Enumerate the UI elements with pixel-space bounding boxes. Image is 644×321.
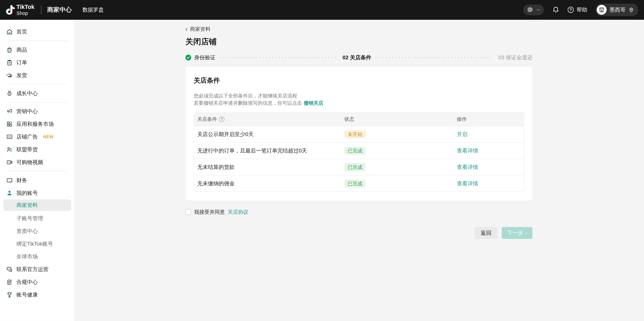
- notifications-bell-icon[interactable]: [552, 6, 560, 13]
- step-deposit-refund: 03 保证金退还: [498, 54, 532, 61]
- sidebar-item-products[interactable]: 商品: [0, 43, 74, 56]
- chevron-right-icon: ›: [526, 231, 527, 235]
- status-badge: 已完成: [344, 147, 366, 155]
- tiktok-note-icon: [6, 5, 15, 14]
- table-row: 无未结算的货款 已完成 查看详情: [194, 159, 524, 175]
- sidebar-item-marketing-center[interactable]: 营销中心: [0, 105, 74, 118]
- status-badge: 已完成: [344, 179, 366, 188]
- help-button[interactable]: ? 帮助: [568, 6, 588, 13]
- chevron-down-icon: [536, 7, 540, 12]
- step-identity-verification: 身份验证: [186, 54, 216, 61]
- column-header-condition: 关店条件: [197, 116, 217, 123]
- condition-text: 无未缴纳的佣金: [194, 180, 344, 187]
- card-heading: 关店条件: [194, 76, 524, 85]
- users-icon: [6, 146, 13, 153]
- help-label: 帮助: [576, 6, 587, 13]
- ad-icon: AD: [6, 134, 13, 140]
- condition-text: 无进行中的订单，且最后一笔订单完结超过0天: [194, 147, 344, 154]
- sidebar-divider: [6, 171, 67, 171]
- topbar: TikTok Shop 商家中心 数据罗盘: [0, 0, 644, 20]
- table-row: 无进行中的订单，且最后一笔订单完结超过0天 已完成 查看详情: [194, 142, 524, 159]
- breadcrumb-label: 商家资料: [190, 26, 210, 33]
- page-title: 关闭店铺: [186, 36, 532, 47]
- video-camera-icon: [6, 159, 13, 166]
- sidebar-subitem-qualification-center[interactable]: 资质中心: [0, 225, 74, 238]
- sidebar-item-contact-operations[interactable]: 联系官方运营: [0, 263, 74, 276]
- location-pin-icon: [628, 7, 634, 13]
- sidebar-subitem-global-markets[interactable]: 全球市场: [0, 250, 74, 263]
- nav-data-compass[interactable]: 数据罗盘: [82, 6, 104, 13]
- sidebar: 首页 商品 订单 发货 成长中心 营销中心: [0, 20, 74, 321]
- chat-bubble-icon: [526, 6, 534, 13]
- table-header-row: 关店条件 ? 状态 操作: [194, 113, 524, 126]
- step-number: 02: [342, 54, 348, 60]
- agreement-checkbox[interactable]: [186, 209, 191, 215]
- step-closure-conditions: 02 关店条件: [342, 54, 371, 61]
- footer-actions: 返回 下一步 ›: [186, 227, 532, 239]
- back-button[interactable]: 返回: [474, 227, 498, 239]
- back-chevron-icon: ‹: [186, 26, 188, 32]
- row-action-link[interactable]: 开启: [457, 131, 468, 137]
- tiktok-shop-logo[interactable]: TikTok Shop: [6, 4, 34, 15]
- closure-agreement-link[interactable]: 关店协议: [228, 209, 248, 216]
- sidebar-divider: [6, 84, 67, 84]
- shop-name: 墨西哥: [610, 6, 626, 13]
- sidebar-item-compliance-center[interactable]: 合规中心: [0, 276, 74, 288]
- help-tooltip-icon[interactable]: ?: [219, 117, 224, 122]
- step-label: 身份验证: [194, 54, 215, 61]
- medal-icon: [6, 90, 13, 96]
- storefront-icon: [597, 5, 606, 15]
- stepper-dotted-line: [376, 57, 494, 58]
- closure-conditions-card: 关店条件 您必须完成以下全部条件后，才能继续关店流程 若要撤销关店申请并删除填写…: [186, 67, 532, 201]
- card-description-line1: 您必须完成以下全部条件后，才能继续关店流程: [194, 92, 524, 99]
- trophy-icon: [6, 292, 13, 298]
- breadcrumb[interactable]: ‹ 商家资料: [186, 26, 532, 33]
- shop-selector[interactable]: 墨西哥: [596, 4, 638, 16]
- clipboard-icon: [6, 59, 13, 66]
- person-icon: [6, 190, 13, 196]
- revoke-closure-link[interactable]: 撤销关店: [304, 100, 324, 106]
- sidebar-item-account-health[interactable]: 账号健康: [0, 288, 74, 301]
- sidebar-item-home[interactable]: 首页: [0, 25, 74, 38]
- step-label: 关店条件: [350, 54, 371, 60]
- sidebar-item-my-account[interactable]: 我的账号: [0, 187, 74, 199]
- chat-menu-button[interactable]: [523, 4, 544, 15]
- logo-wordmark: TikTok Shop: [16, 4, 34, 15]
- sidebar-subitem-subaccounts[interactable]: 子账号管理: [0, 212, 74, 225]
- step-number: 03: [498, 54, 504, 60]
- next-step-button[interactable]: 下一步 ›: [502, 227, 532, 239]
- row-action-link[interactable]: 查看详情: [457, 180, 478, 186]
- row-action-link[interactable]: 查看详情: [457, 164, 478, 170]
- sidebar-item-apps-market[interactable]: 应用和服务市场: [0, 118, 74, 130]
- sidebar-item-orders[interactable]: 订单: [0, 56, 74, 69]
- step-label: 保证金退还: [506, 54, 532, 60]
- nav-seller-center[interactable]: 商家中心: [47, 6, 72, 14]
- sidebar-item-shoppable-video[interactable]: 可购物视频: [0, 156, 74, 169]
- sidebar-divider: [6, 40, 67, 41]
- stepper-dotted-line: [220, 57, 338, 58]
- sidebar-item-finance[interactable]: 财务: [0, 174, 74, 187]
- status-badge: 已完成: [344, 163, 366, 171]
- table-row: 无未缴纳的佣金 已完成 查看详情: [194, 175, 524, 192]
- table-row: 关店公示期开启至少0天 未开始 开启: [194, 126, 524, 142]
- status-badge: 未开始: [344, 130, 366, 138]
- megaphone-icon: [6, 108, 13, 115]
- sidebar-item-growth-center[interactable]: 成长中心: [0, 87, 74, 100]
- sidebar-item-affiliate[interactable]: 联盟带货: [0, 143, 74, 156]
- condition-text: 无未结算的货款: [194, 164, 344, 171]
- home-icon: [6, 28, 13, 35]
- conditions-table: 关店条件 ? 状态 操作 关店公示期开启至少0天 未开始 开启 无进行中的订单，…: [194, 112, 524, 192]
- grid-icon: [6, 121, 13, 127]
- chat-bubbles-icon: [6, 266, 13, 273]
- sidebar-subitem-merchant-profile[interactable]: 商家资料: [3, 199, 71, 211]
- help-icon: ?: [568, 7, 574, 13]
- row-action-link[interactable]: 查看详情: [457, 148, 478, 154]
- svg-text:AD: AD: [8, 136, 11, 138]
- sidebar-item-shop-ads[interactable]: AD 店铺广告 NEW: [0, 130, 74, 143]
- truck-icon: [6, 72, 13, 79]
- sidebar-item-shipping[interactable]: 发货: [0, 69, 74, 82]
- check-circle-icon: [186, 55, 191, 60]
- sidebar-subitem-link-tiktok-account[interactable]: 绑定TikTok账号: [0, 238, 74, 250]
- agreement-text: 我接受并同意: [194, 209, 225, 216]
- main-area: ‹ 商家资料 关闭店铺 身份验证 02 关店条件 03 保证金退还: [74, 20, 644, 321]
